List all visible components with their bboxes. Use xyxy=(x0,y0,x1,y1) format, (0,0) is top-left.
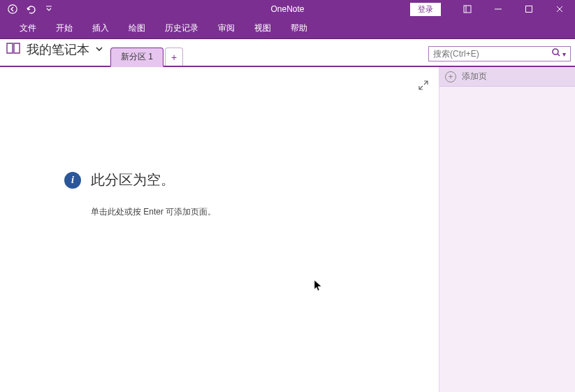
quick-access-toolbar xyxy=(0,1,57,17)
titlebar-right: 登录 xyxy=(410,0,575,18)
login-button[interactable]: 登录 xyxy=(410,3,441,16)
notebook-name: 我的笔记本 xyxy=(27,41,89,58)
search-input[interactable] xyxy=(433,49,551,59)
ribbon-tab-history[interactable]: 历史记录 xyxy=(155,18,208,39)
ribbon-tab-file[interactable]: 文件 xyxy=(10,18,46,39)
ribbon-tab-view[interactable]: 视图 xyxy=(245,18,281,39)
minimize-button[interactable] xyxy=(483,0,514,18)
svg-point-0 xyxy=(8,5,17,13)
ribbon-tab-home[interactable]: 开始 xyxy=(46,18,82,39)
search-box[interactable]: ▾ xyxy=(428,46,571,61)
ribbon-tab-insert[interactable]: 插入 xyxy=(82,18,119,39)
empty-title: 此分区为空。 xyxy=(91,170,175,189)
notebook-icon xyxy=(6,41,21,58)
search-dropdown-icon[interactable]: ▾ xyxy=(561,50,567,58)
close-button[interactable] xyxy=(544,0,575,18)
empty-section-message: i 此分区为空。 单击此处或按 Enter 可添加页面。 xyxy=(64,170,216,218)
body: i 此分区为空。 单击此处或按 Enter 可添加页面。 + 添加页 xyxy=(0,67,575,392)
section-tab-label: 新分区 1 xyxy=(121,51,153,63)
svg-rect-2 xyxy=(526,6,532,13)
add-page-button[interactable]: + 添加页 xyxy=(439,67,575,87)
svg-rect-1 xyxy=(464,6,471,13)
notebook-bar: 我的笔记本 新分区 1 + ▾ xyxy=(0,39,575,67)
qat-customize-button[interactable] xyxy=(41,1,57,17)
section-tab-active[interactable]: 新分区 1 xyxy=(110,48,163,67)
back-button[interactable] xyxy=(4,1,21,17)
page-list-panel: + 添加页 xyxy=(439,67,575,392)
section-tabs: 新分区 1 + xyxy=(110,39,183,66)
notebook-selector[interactable]: 我的笔记本 xyxy=(0,38,110,66)
search-icon xyxy=(551,48,561,60)
add-page-label: 添加页 xyxy=(462,71,487,82)
plus-circle-icon: + xyxy=(445,71,456,82)
ribbon-display-options-button[interactable] xyxy=(452,0,483,18)
ribbon-tab-review[interactable]: 审阅 xyxy=(208,18,245,39)
maximize-button[interactable] xyxy=(514,0,544,18)
ribbon-tab-help[interactable]: 帮助 xyxy=(281,18,317,39)
expand-button[interactable] xyxy=(418,80,429,94)
plus-icon: + xyxy=(171,52,177,63)
ribbon-tab-draw[interactable]: 绘图 xyxy=(119,18,155,39)
add-section-button[interactable]: + xyxy=(165,48,183,66)
chevron-down-icon xyxy=(95,43,103,56)
app-window: OneNote 登录 文件 开始 插入 绘图 历史记录 审阅 视图 帮助 xyxy=(0,0,575,392)
search-wrap: ▾ xyxy=(425,43,575,66)
mouse-cursor xyxy=(314,280,323,295)
ribbon-tabs: 文件 开始 插入 绘图 历史记录 审阅 视图 帮助 xyxy=(0,18,575,39)
svg-point-3 xyxy=(553,49,558,55)
info-icon: i xyxy=(64,172,81,189)
title-bar: OneNote 登录 xyxy=(0,0,575,18)
undo-button[interactable] xyxy=(22,1,39,17)
empty-heading-row: i 此分区为空。 xyxy=(64,170,216,189)
page-canvas[interactable]: i 此分区为空。 单击此处或按 Enter 可添加页面。 xyxy=(0,67,439,392)
empty-subtitle: 单击此处或按 Enter 可添加页面。 xyxy=(91,206,216,218)
